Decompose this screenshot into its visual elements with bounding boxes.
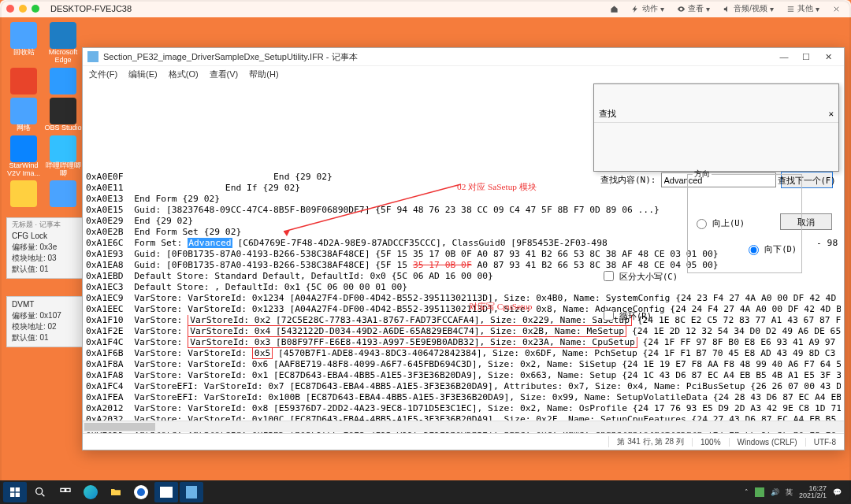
- notepad-statusbar: 第 341 行, 第 28 列 100% Windows (CRLF) UTF-…: [83, 433, 844, 450]
- status-line-ending: Windows (CRLF): [729, 438, 805, 447]
- menubar-item[interactable]: 文件(F): [89, 69, 117, 80]
- menubar-item[interactable]: 编辑(E): [128, 69, 158, 80]
- taskbar-search-icon[interactable]: [28, 482, 52, 502]
- desktop-icon[interactable]: Microsoft Edge: [44, 22, 82, 65]
- taskbar-taskview-icon[interactable]: [54, 482, 77, 502]
- minimize-button[interactable]: —: [773, 52, 795, 61]
- start-button[interactable]: [3, 482, 27, 502]
- tray-audio-icon[interactable]: 🔊: [771, 488, 779, 496]
- find-titlebar[interactable]: 查找 ✕: [594, 106, 838, 123]
- tray-ime-lang[interactable]: 英: [786, 487, 793, 498]
- close-button[interactable]: ✕: [817, 52, 839, 62]
- text-line: 0xA1FC4 VarStoreEFI: VarStoreId: 0x7 [EC…: [86, 381, 841, 392]
- menubar-item[interactable]: 帮助(H): [249, 69, 278, 80]
- desktop-icon[interactable]: [5, 180, 43, 207]
- side-panel-title: DVMT: [12, 300, 84, 309]
- scrollbar-thumb[interactable]: [84, 423, 155, 431]
- menubar-item[interactable]: 格式(O): [169, 69, 199, 80]
- side-panel-caption: 无标题 · 记事本: [12, 220, 84, 230]
- tray-notifications-icon[interactable]: 💬: [833, 488, 842, 496]
- svg-rect-2: [10, 493, 14, 497]
- side-panel-dvmt: DVMT 偏移量: 0x107 模块地址: 02 默认值: 01: [6, 296, 90, 347]
- system-tray[interactable]: ˄ 🔊 英 16:272021/2/1 💬: [745, 485, 848, 500]
- maximize-button[interactable]: ☐: [795, 52, 817, 62]
- remote-menu-home[interactable]: [606, 5, 622, 13]
- taskbar-edge[interactable]: [79, 482, 102, 502]
- svg-rect-0: [10, 487, 14, 491]
- status-zoom: 100%: [692, 438, 729, 447]
- taskbar-app1[interactable]: [154, 482, 178, 502]
- desktop-icon[interactable]: OBS Studio: [44, 98, 82, 132]
- zoom-icon[interactable]: [32, 5, 39, 13]
- remote-menu-exit[interactable]: [828, 5, 845, 13]
- notepad-text-area[interactable]: 02 对应 SaSetup 模块 对应写 CpuSetup 查找 ✕ 查找内容(…: [83, 82, 844, 433]
- desktop-icon[interactable]: [5, 68, 43, 94]
- tray-clock[interactable]: 16:272021/2/1: [799, 485, 827, 500]
- remote-host-label: DESKTOP-FVEJC38: [50, 4, 132, 13]
- notepad-app-icon: [87, 51, 98, 62]
- status-cursor-pos: 第 341 行, 第 28 列: [608, 436, 691, 447]
- find-wrap[interactable]: 循环(R): [600, 308, 832, 323]
- annotation-cpusetup: 对应写 CpuSetup: [469, 301, 532, 312]
- svg-rect-3: [16, 493, 20, 497]
- remote-menu-view[interactable]: 查看▾: [673, 3, 714, 14]
- desktop-icons: 回收站Microsoft Edge网络OBS StudioStarWind V2…: [5, 22, 84, 207]
- notepad-menubar[interactable]: 文件(F)编辑(E)格式(O)查看(V)帮助(H): [83, 66, 844, 82]
- taskbar-teamviewer[interactable]: [129, 482, 153, 502]
- svg-rect-1: [16, 487, 20, 491]
- side-panel-title: CFG Lock: [12, 232, 84, 240]
- svg-rect-5: [61, 488, 65, 491]
- find-direction-group: 方向 向上(U) 向下(D): [687, 169, 802, 273]
- text-line: 0xA2012 VarStore: VarStoreId: 0x8 [E5937…: [86, 403, 841, 414]
- notepad-titlebar[interactable]: Section_PE32_image_DriverSampleDxe_Setup…: [83, 48, 844, 66]
- desktop-icon[interactable]: 哔哩哔哩唧唧: [44, 135, 82, 178]
- minimize-icon[interactable]: [19, 5, 27, 13]
- status-encoding: UTF-8: [805, 438, 844, 447]
- text-line: 0xA1FA8 VarStore: VarStoreId: 0x1 [EC87D…: [86, 370, 841, 381]
- traffic-lights[interactable]: [6, 5, 39, 13]
- svg-rect-6: [66, 488, 70, 491]
- find-title: 查找: [599, 109, 616, 120]
- taskbar-notepad[interactable]: [180, 482, 203, 502]
- find-label: 查找内容(N):: [600, 175, 656, 186]
- menubar-item[interactable]: 查看(V): [210, 69, 239, 80]
- annotation-sasetup: 02 对应 SaSetup 模块: [457, 181, 537, 192]
- remote-menu-audio[interactable]: 音频/视频▾: [719, 3, 778, 14]
- text-line: 0xA1FEA VarStoreEFI: VarStoreId: 0x100B …: [86, 392, 841, 403]
- desktop-icon[interactable]: [44, 68, 82, 94]
- taskbar-explorer-icon[interactable]: [104, 482, 128, 502]
- tray-gpu-icon[interactable]: [755, 487, 764, 497]
- find-close-button[interactable]: ✕: [828, 109, 834, 120]
- side-panel-cfglock: 无标题 · 记事本 CFG Lock 偏移量: 0x3e 模块地址: 03 默认…: [6, 217, 90, 279]
- find-dir-down[interactable]: 向下(D): [745, 243, 797, 255]
- find-dialog[interactable]: 查找 ✕ 查找内容(N): 查找下一个(F) 取消 方向 向上(U) 向下(D)…: [593, 83, 839, 172]
- svg-point-4: [36, 488, 43, 495]
- desktop-icon[interactable]: 回收站: [5, 22, 43, 65]
- desktop-icon[interactable]: [44, 180, 82, 207]
- find-dir-up[interactable]: 向上(U): [693, 217, 797, 229]
- remote-control-bar: DESKTOP-FVEJC38 动作▾ 查看▾ 音频/视频▾ 其他▾: [0, 0, 851, 17]
- tray-chevron-up-icon[interactable]: ˄: [745, 488, 749, 496]
- desktop-icon[interactable]: StarWind V2V Ima...: [5, 135, 43, 178]
- notepad-window: Section_PE32_image_DriverSampleDxe_Setup…: [82, 47, 845, 450]
- close-icon[interactable]: [6, 5, 14, 13]
- windows-taskbar[interactable]: ˄ 🔊 英 16:272021/2/1 💬: [0, 480, 851, 504]
- desktop-icon[interactable]: 网络: [5, 98, 43, 132]
- remote-menu-action[interactable]: 动作▾: [627, 3, 668, 14]
- horizontal-scrollbar[interactable]: [83, 421, 844, 432]
- notepad-title-text: Section_PE32_image_DriverSampleDxe_Setup…: [103, 51, 773, 63]
- remote-menu-other[interactable]: 其他▾: [782, 3, 823, 14]
